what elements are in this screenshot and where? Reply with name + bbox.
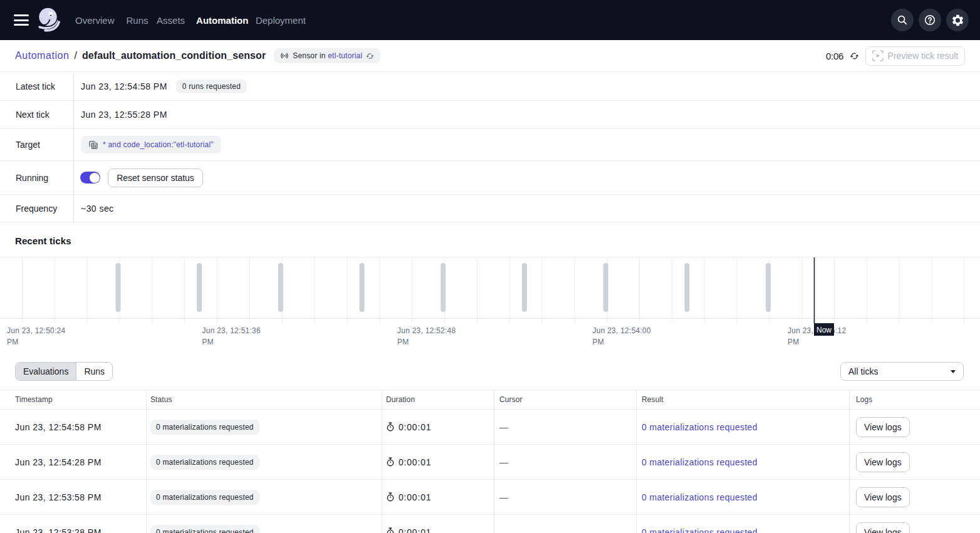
svg-text:PM: PM xyxy=(7,338,19,346)
svg-text:Now: Now xyxy=(816,326,831,334)
svg-text:Jun 23, 12:51:36: Jun 23, 12:51:36 xyxy=(202,326,261,335)
svg-text:Jun 23, 12:54:00: Jun 23, 12:54:00 xyxy=(593,326,651,335)
svg-text:PM: PM xyxy=(397,338,409,346)
svg-text:Jun 23, 12:52:48: Jun 23, 12:52:48 xyxy=(397,326,456,335)
svg-text:Jun 23, 12:50:24: Jun 23, 12:50:24 xyxy=(7,326,65,335)
svg-text:PM: PM xyxy=(788,338,800,346)
svg-text:PM: PM xyxy=(593,338,605,346)
svg-text:PM: PM xyxy=(202,338,214,346)
